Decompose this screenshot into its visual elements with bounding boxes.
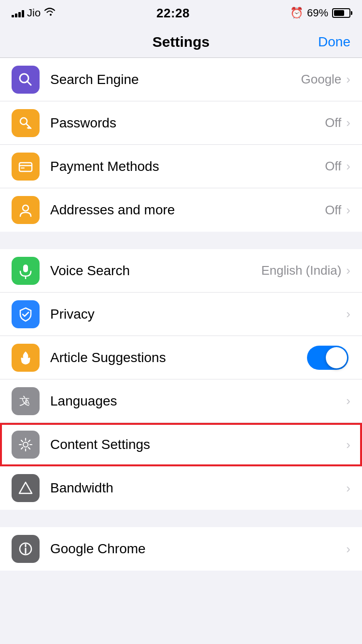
addresses-row[interactable]: Addresses and more Off › [0, 188, 362, 232]
status-time: 22:28 [156, 6, 190, 21]
passwords-value: Off [325, 115, 341, 130]
voice-search-row[interactable]: Voice Search English (India) › [0, 249, 362, 293]
battery-icon [332, 8, 350, 18]
addresses-value: Off [325, 203, 341, 218]
addresses-label: Addresses and more [50, 202, 325, 218]
privacy-icon [12, 300, 40, 328]
status-left: Jio [12, 7, 56, 19]
bandwidth-icon [12, 474, 40, 502]
voice-search-value: English (India) [261, 263, 341, 278]
done-button[interactable]: Done [318, 34, 350, 50]
languages-row[interactable]: 文 A Languages › [0, 379, 362, 423]
google-chrome-label: Google Chrome [50, 541, 341, 557]
content-settings-icon [12, 431, 40, 459]
languages-label: Languages [50, 393, 341, 409]
settings-section-1: Search Engine Google › Passwords Off › P… [0, 58, 362, 232]
google-chrome-icon [12, 535, 40, 563]
alarm-icon: ⏰ [290, 7, 303, 19]
payment-methods-value: Off [325, 159, 341, 174]
svg-line-1 [27, 81, 31, 85]
page-title: Settings [153, 34, 209, 50]
toggle-knob [326, 347, 347, 368]
languages-icon: 文 A [12, 387, 40, 415]
nav-bar: Settings Done [0, 26, 362, 58]
search-engine-row[interactable]: Search Engine Google › [0, 58, 362, 101]
svg-point-9 [23, 205, 28, 211]
article-suggestions-label: Article Suggestions [50, 350, 307, 365]
section-separator-1 [0, 232, 362, 249]
addresses-chevron-icon: › [346, 203, 350, 218]
search-engine-value: Google [301, 72, 341, 87]
battery-percent: 69% [307, 7, 328, 19]
bandwidth-row[interactable]: Bandwidth › [0, 466, 362, 510]
search-engine-chevron-icon: › [346, 72, 350, 87]
section-separator-2 [0, 510, 362, 527]
content-settings-row[interactable]: Content Settings › [0, 423, 362, 466]
privacy-row[interactable]: Privacy › [0, 293, 362, 336]
google-chrome-row[interactable]: Google Chrome › [0, 527, 362, 571]
wifi-icon [43, 7, 56, 19]
search-engine-icon [12, 66, 40, 94]
status-bar: Jio 22:28 ⏰ 69% [0, 0, 362, 26]
voice-search-icon [12, 257, 40, 285]
languages-chevron-icon: › [346, 393, 350, 408]
voice-search-label: Voice Search [50, 263, 261, 279]
svg-marker-15 [19, 482, 32, 493]
google-chrome-chevron-icon: › [346, 542, 350, 557]
privacy-label: Privacy [50, 307, 341, 322]
content-settings-chevron-icon: › [346, 437, 350, 452]
passwords-icon [12, 109, 40, 137]
search-engine-label: Search Engine [50, 72, 301, 87]
svg-rect-6 [19, 163, 32, 171]
settings-section-3: Google Chrome › [0, 527, 362, 571]
article-suggestions-icon [12, 344, 40, 372]
content-settings-label: Content Settings [50, 437, 341, 452]
article-suggestions-row[interactable]: Article Suggestions [0, 336, 362, 379]
svg-text:A: A [25, 398, 30, 406]
svg-rect-10 [23, 265, 28, 272]
passwords-row[interactable]: Passwords Off › [0, 101, 362, 145]
bandwidth-chevron-icon: › [346, 481, 350, 496]
payment-methods-icon [12, 153, 40, 181]
addresses-icon [12, 196, 40, 224]
carrier-label: Jio [27, 7, 41, 19]
payment-methods-row[interactable]: Payment Methods Off › [0, 145, 362, 188]
voice-search-chevron-icon: › [346, 263, 350, 278]
privacy-chevron-icon: › [346, 307, 350, 322]
payment-methods-label: Payment Methods [50, 159, 325, 174]
svg-point-14 [23, 442, 28, 447]
article-suggestions-toggle[interactable] [307, 346, 348, 370]
passwords-label: Passwords [50, 115, 325, 131]
bandwidth-label: Bandwidth [50, 480, 341, 496]
settings-section-2: Voice Search English (India) › Privacy ›… [0, 249, 362, 510]
payment-methods-chevron-icon: › [346, 159, 350, 174]
status-right: ⏰ 69% [290, 7, 350, 19]
signal-bars-icon [12, 9, 24, 17]
passwords-chevron-icon: › [346, 115, 350, 130]
